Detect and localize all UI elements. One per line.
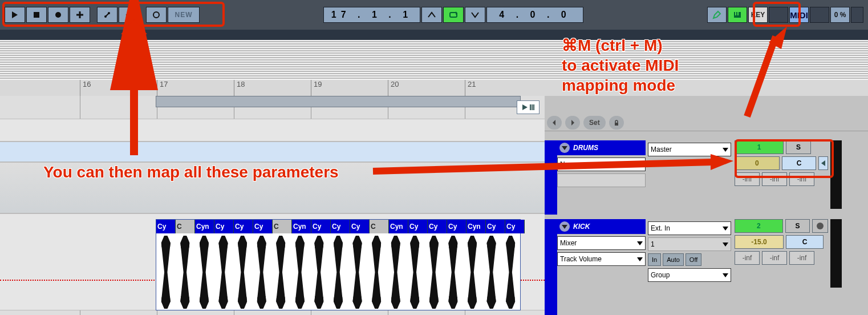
track-header-kick: KICK Mixer Track Volume Ext. In 1 In Aut… <box>545 219 868 315</box>
kick-clip-region[interactable]: Cy C Cyn Cy Cy Cy C Cyn Cy Cy Cy C Cyn C… <box>156 219 521 310</box>
session-record-button[interactable] <box>146 7 167 23</box>
record-button[interactable] <box>48 7 68 23</box>
clip-label[interactable]: Cy <box>447 220 467 233</box>
loop-length[interactable]: 4 . 0 . 0 <box>486 7 583 23</box>
annotation-text-midi: ⌘M (ctrl + M)to activate MIDImapping mod… <box>562 35 756 95</box>
svg-marker-12 <box>562 146 567 150</box>
nav-forward-button[interactable] <box>565 116 580 130</box>
clip-label[interactable]: Cyn <box>467 220 486 233</box>
svg-point-2 <box>55 12 61 18</box>
clip-label[interactable]: C <box>273 220 292 233</box>
ruler-tick: 18 <box>234 80 245 96</box>
track-io-area: Master <box>646 140 731 215</box>
browser-nav-row: Set <box>545 114 868 131</box>
pan-control[interactable]: C <box>782 156 817 170</box>
clip-label[interactable]: Cyn <box>292 220 311 233</box>
input-channel-select[interactable]: 1 <box>648 237 731 251</box>
track-header-drums: DRUMS None Master 1 S 0 C -inf -inf -inf <box>545 140 868 215</box>
clip-label[interactable]: Cy <box>253 220 273 233</box>
monitor-off-button[interactable]: Off <box>686 253 701 266</box>
clip-label[interactable]: Cy <box>331 220 350 233</box>
track-name-kick[interactable]: KICK <box>557 219 646 234</box>
solo-button[interactable]: S <box>785 219 810 233</box>
computer-midi-keyboard-button[interactable] <box>728 7 747 23</box>
clip-label[interactable]: Cy <box>234 220 253 233</box>
nav-back-button[interactable] <box>547 116 562 130</box>
ruler-tick: 19 <box>311 80 322 96</box>
clip-label[interactable]: Cy <box>505 220 525 233</box>
clip-label[interactable]: Cy <box>350 220 370 233</box>
automation-param-select[interactable]: None <box>557 158 646 171</box>
track-name-label: DRUMS <box>573 144 598 152</box>
stop-button[interactable] <box>26 7 47 23</box>
nav-set-button[interactable]: Set <box>583 116 606 130</box>
track-lane-drums-automation[interactable] <box>0 142 545 162</box>
collapse-icon[interactable] <box>559 143 570 153</box>
clip-label[interactable]: Cy <box>408 220 428 233</box>
play-button[interactable] <box>5 7 25 23</box>
monitor-in-button[interactable]: In <box>648 253 661 266</box>
arm-record-button[interactable] <box>812 219 828 233</box>
output-group-select[interactable]: Group <box>648 268 731 282</box>
send-b-value[interactable]: -inf <box>762 172 787 186</box>
send-c-value[interactable]: -inf <box>789 172 814 186</box>
overdub-button[interactable] <box>70 7 90 23</box>
send-a-value[interactable]: -inf <box>735 172 760 186</box>
nav-lock-button[interactable] <box>609 116 624 130</box>
svg-marker-0 <box>12 11 18 18</box>
track-header-panel: Set DRUMS None Master 1 S 0 C <box>545 96 868 315</box>
draw-mode-button[interactable] <box>707 7 727 23</box>
automation-arm-button[interactable] <box>97 7 117 23</box>
track-volume[interactable]: -15.0 <box>735 235 784 249</box>
clip-label[interactable]: Cy <box>486 220 505 233</box>
level-meter <box>828 219 845 315</box>
clip-label[interactable]: Cyn <box>195 220 214 233</box>
loop-button[interactable] <box>443 7 464 23</box>
clip-label[interactable]: Cy <box>428 220 447 233</box>
clip-waveforms <box>156 233 520 311</box>
midi-map-button[interactable]: MIDI <box>789 7 809 23</box>
svg-rect-9 <box>737 12 739 15</box>
pan-control[interactable]: C <box>786 235 824 249</box>
collapse-icon[interactable] <box>559 221 570 232</box>
input-type-select[interactable]: Ext. In <box>648 221 731 235</box>
ruler-tick: 21 <box>465 80 476 96</box>
follow-playback-button[interactable] <box>517 100 540 114</box>
overload-indicator <box>851 7 863 23</box>
device-select-mixer[interactable]: Mixer <box>557 236 646 250</box>
punch-in-button[interactable] <box>421 7 442 23</box>
track-activator[interactable]: 2 <box>735 219 783 233</box>
back-to-arrangement-button[interactable] <box>119 7 139 23</box>
clip-label[interactable]: Cy <box>311 220 331 233</box>
track-mixer-area: 2 S -15.0 C -inf -inf -inf <box>731 219 828 315</box>
track-name-drums[interactable]: DRUMS <box>557 140 646 155</box>
arrangement-view[interactable]: Cy C Cyn Cy Cy Cy C Cyn Cy Cy Cy C Cyn C… <box>0 96 545 315</box>
loop-brace[interactable] <box>156 96 521 107</box>
clip-label[interactable]: Cy <box>156 220 176 233</box>
clip-label[interactable]: Cyn <box>389 220 408 233</box>
automation-empty-select[interactable] <box>557 173 646 187</box>
pan-expand-icon[interactable] <box>818 156 828 170</box>
track-title-area: DRUMS None <box>557 140 646 215</box>
clip-label[interactable]: Cy <box>214 220 234 233</box>
annotation-text-params: You can then map all these parameters <box>43 162 374 182</box>
monitor-auto-button[interactable]: Auto <box>663 253 684 266</box>
key-map-button[interactable]: KEY <box>748 7 768 23</box>
position-group: 17 . 1 . 1 4 . 0 . 0 <box>323 7 583 23</box>
send-a-value[interactable]: -inf <box>735 251 760 265</box>
arrangement-position[interactable]: 17 . 1 . 1 <box>323 7 420 23</box>
new-scene-button[interactable]: NEW <box>168 7 200 23</box>
send-c-value[interactable]: -inf <box>789 251 814 265</box>
output-routing-select[interactable]: Master <box>648 143 731 156</box>
param-select-volume[interactable]: Track Volume <box>557 252 646 266</box>
svg-rect-8 <box>735 12 736 15</box>
clip-label[interactable]: C <box>370 220 389 233</box>
clip-label[interactable]: C <box>176 220 195 233</box>
track-activator[interactable]: 1 <box>735 140 784 154</box>
punch-out-button[interactable] <box>465 7 485 23</box>
solo-button[interactable]: S <box>786 140 811 154</box>
track-delay[interactable]: 0 <box>735 156 780 170</box>
track-lane-drums[interactable] <box>0 119 545 142</box>
send-b-value[interactable]: -inf <box>762 251 787 265</box>
track-color-stripe <box>545 140 557 215</box>
